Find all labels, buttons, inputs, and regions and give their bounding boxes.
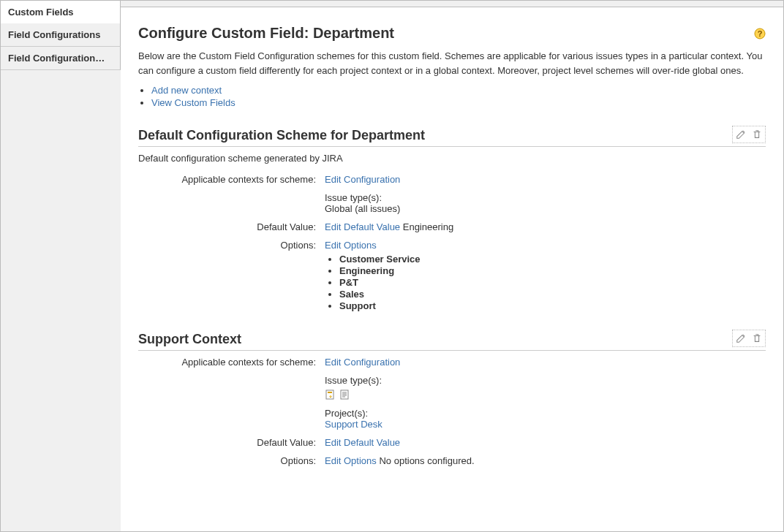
edit-configuration-link[interactable]: Edit Configuration	[325, 357, 400, 368]
option-item: Customer Service	[339, 254, 766, 265]
label-default-value: Default Value:	[138, 437, 325, 448]
option-item: Sales	[339, 289, 766, 300]
help-icon[interactable]: ?	[754, 28, 766, 39]
page-title: Configure Custom Field: Department	[138, 25, 394, 42]
label-issue-types: Issue type(s):	[325, 192, 382, 203]
no-options-text: No options configured.	[379, 455, 474, 466]
edit-configuration-link[interactable]: Edit Configuration	[325, 174, 400, 185]
label-default-value: Default Value:	[138, 221, 325, 232]
option-item: Support	[339, 300, 766, 311]
edit-options-link[interactable]: Edit Options	[325, 240, 377, 251]
label-applicable-contexts: Applicable contexts for scheme:	[138, 357, 325, 430]
svg-rect-2	[326, 390, 333, 399]
edit-default-value-link[interactable]: Edit Default Value	[325, 437, 400, 448]
main-content: Configure Custom Field: Department ? Bel…	[121, 7, 783, 531]
svg-text:?: ?	[758, 29, 763, 38]
issuetype-task-icon	[325, 389, 336, 400]
option-item: P&T	[339, 277, 766, 288]
option-item: Engineering	[339, 265, 766, 276]
label-options: Options:	[138, 240, 325, 312]
issue-types-value: Global (all issues)	[325, 203, 400, 214]
scheme-block: Support Context Applicable contexts for …	[138, 330, 766, 466]
sidebar-item-field-configuration-schemes[interactable]: Field Configuration…	[1, 47, 121, 70]
scheme-block: Default Configuration Scheme for Departm…	[138, 126, 766, 312]
scheme-toolbar	[732, 330, 766, 347]
svg-rect-3	[328, 392, 332, 393]
edit-icon[interactable]	[734, 128, 747, 141]
label-applicable-contexts: Applicable contexts for scheme:	[138, 174, 325, 214]
label-projects: Project(s):	[325, 408, 368, 419]
label-issue-types: Issue type(s):	[325, 375, 382, 386]
scheme-title: Support Context	[138, 332, 241, 347]
scheme-description: Default configuration scheme generated b…	[138, 153, 766, 164]
sidebar-item-field-configurations[interactable]: Field Configurations	[1, 23, 121, 47]
scheme-toolbar	[732, 126, 766, 143]
page-intro: Below are the Custom Field Configuration…	[138, 49, 766, 77]
delete-icon[interactable]	[750, 332, 764, 345]
edit-icon[interactable]	[734, 332, 747, 345]
edit-default-value-link[interactable]: Edit Default Value	[325, 221, 400, 232]
sidebar: Custom Fields Field Configurations Field…	[1, 1, 121, 531]
label-options: Options:	[138, 455, 325, 466]
svg-rect-4	[341, 390, 348, 399]
divider	[138, 146, 766, 147]
project-link[interactable]: Support Desk	[325, 419, 382, 430]
divider	[138, 350, 766, 351]
edit-options-link[interactable]: Edit Options	[325, 455, 377, 466]
view-custom-fields-link[interactable]: View Custom Fields	[151, 97, 235, 108]
issuetype-document-icon	[339, 389, 351, 400]
scheme-title: Default Configuration Scheme for Departm…	[138, 128, 425, 143]
options-list: Customer Service Engineering P&T Sales S…	[339, 254, 766, 311]
action-links: Add new context View Custom Fields	[151, 85, 766, 108]
sidebar-header: Custom Fields	[1, 1, 121, 23]
delete-icon[interactable]	[750, 128, 764, 141]
add-new-context-link[interactable]: Add new context	[151, 85, 222, 96]
default-value-text: Engineering	[403, 221, 453, 232]
